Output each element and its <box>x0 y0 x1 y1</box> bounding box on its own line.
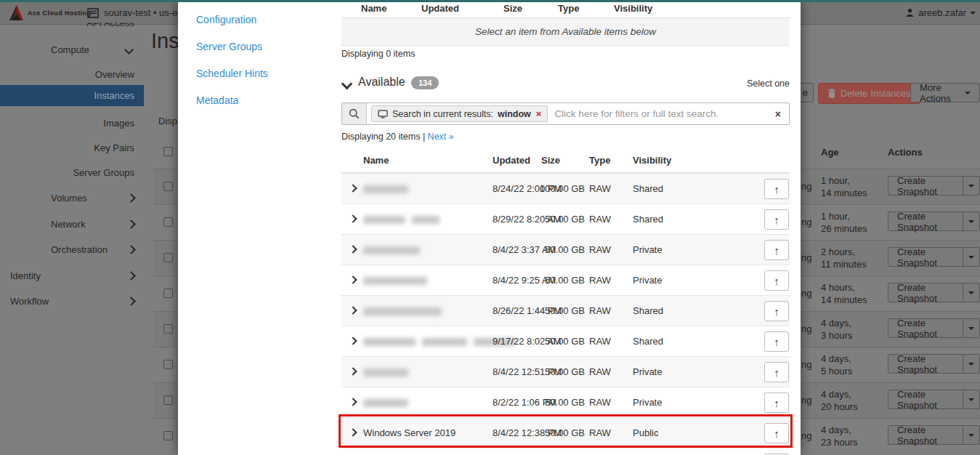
snapshot-dropdown-toggle[interactable] <box>963 355 979 373</box>
expand-chevron-icon[interactable] <box>349 306 357 314</box>
chevron-down-icon <box>124 45 134 55</box>
size-cell: 50.00 GB <box>536 244 585 255</box>
create-snapshot-button[interactable]: Create Snapshot <box>888 318 980 338</box>
column-header-actions: Actions <box>888 147 923 158</box>
visibility-cell: Shared <box>633 305 663 316</box>
brand-logo[interactable]: Ace Cloud Hosting <box>9 4 91 21</box>
row-checkbox[interactable] <box>163 253 173 262</box>
select-image-button[interactable]: ↑ <box>764 331 789 352</box>
col-visibility: Visibility <box>633 155 671 166</box>
visibility-cell: Private <box>633 275 662 286</box>
row-checkbox[interactable] <box>163 217 173 227</box>
size-cell: 50.00 GB <box>536 305 585 316</box>
status-fragment: ng <box>801 323 811 334</box>
snapshot-dropdown-toggle[interactable] <box>963 212 979 230</box>
project-switcher[interactable]: sourav-test • us-east <box>87 7 190 18</box>
column-header-age: Age <box>821 147 839 158</box>
sidebar-group-network[interactable]: Network <box>51 219 134 230</box>
row-checkbox[interactable] <box>163 360 173 369</box>
sidebar-item-overview[interactable]: Overview <box>95 69 134 80</box>
delete-instances-button[interactable]: Delete Instances <box>818 83 920 104</box>
visibility-cell: Shared <box>633 214 663 225</box>
create-snapshot-button[interactable]: Create Snapshot <box>888 425 980 445</box>
select-image-button[interactable]: ↑ <box>764 209 789 230</box>
sidebar-nav: API Access Compute Overview Instances Im… <box>0 25 144 455</box>
select-image-button[interactable]: ↑ <box>764 362 789 382</box>
snapshot-dropdown-toggle[interactable] <box>963 283 979 302</box>
expand-chevron-icon[interactable] <box>349 184 357 192</box>
search-bar[interactable]: Search in current results: window × Clic… <box>341 102 790 125</box>
visibility-cell: Shared <box>633 336 663 347</box>
wizard-nav-scheduler-hints[interactable]: Scheduler Hints <box>196 68 268 79</box>
sidebar-item-key-pairs[interactable]: Key Pairs <box>94 142 134 153</box>
more-actions-button[interactable]: More Actions <box>910 83 980 102</box>
create-snapshot-button[interactable]: Create Snapshot <box>888 390 980 409</box>
facet-label: Search in current results: <box>392 109 493 119</box>
create-snapshot-button[interactable]: Create Snapshot <box>888 212 980 231</box>
row-checkbox[interactable] <box>163 431 173 440</box>
chevron-down-icon <box>965 92 971 94</box>
user-menu[interactable]: areeb.zafar <box>905 7 976 18</box>
select-image-button[interactable]: ↑ <box>764 392 789 413</box>
remove-facet-icon[interactable]: × <box>536 108 542 119</box>
row-checkbox[interactable] <box>163 324 173 334</box>
expand-chevron-icon[interactable] <box>349 367 357 375</box>
col-size: Size <box>541 155 560 166</box>
clear-search-icon[interactable]: × <box>775 108 781 120</box>
expand-chevron-icon[interactable] <box>349 398 357 406</box>
type-cell: RAW <box>589 244 611 255</box>
col-updated: Updated <box>493 155 530 166</box>
sidebar-group-workflow[interactable]: Workflow <box>10 296 134 307</box>
create-snapshot-button[interactable]: Create Snapshot <box>888 283 980 302</box>
search-input[interactable]: Click here for filters or full text sear… <box>554 108 718 119</box>
expand-chevron-icon[interactable] <box>349 245 357 253</box>
sidebar-group-orchestration[interactable]: Orchestration <box>51 244 134 255</box>
create-snapshot-button[interactable]: Create Snapshot <box>888 176 980 196</box>
size-cell: 50.00 GB <box>536 214 585 225</box>
sidebar-item-instances-selected[interactable]: Instances <box>0 85 144 106</box>
sidebar-group-identity[interactable]: Identity <box>10 270 134 281</box>
expand-chevron-icon[interactable] <box>349 214 357 222</box>
sidebar-item-api-access[interactable]: API Access <box>86 23 134 30</box>
chevron-down-icon <box>968 327 974 330</box>
collapse-chevron-icon[interactable] <box>341 78 353 90</box>
sidebar-group-compute[interactable]: Compute <box>51 44 89 55</box>
row-checkbox[interactable] <box>163 182 173 191</box>
age-cell: 4 days,5 hours <box>821 353 852 377</box>
type-cell: RAW <box>589 366 611 377</box>
snapshot-dropdown-toggle[interactable] <box>963 390 979 408</box>
row-checkbox[interactable] <box>163 395 173 405</box>
create-snapshot-button[interactable]: Create Snapshot <box>888 247 980 267</box>
sidebar-group-volumes[interactable]: Volumes <box>51 193 134 204</box>
available-section-header: Available 134 Select one <box>341 75 790 94</box>
snapshot-dropdown-toggle[interactable] <box>963 248 979 266</box>
select-image-button[interactable]: ↑ <box>764 240 789 260</box>
sidebar-item-images[interactable]: Images <box>103 118 134 129</box>
select-all-checkbox[interactable] <box>163 147 173 156</box>
chevron-down-icon <box>968 398 974 401</box>
select-image-button[interactable]: ↑ <box>764 301 789 321</box>
snapshot-dropdown-toggle[interactable] <box>963 177 979 195</box>
type-cell: RAW <box>589 183 611 194</box>
snapshot-dropdown-toggle[interactable] <box>963 426 979 444</box>
image-name-redacted <box>363 305 448 316</box>
next-page-link[interactable]: Next » <box>428 132 454 142</box>
wizard-nav-configuration[interactable]: Configuration <box>196 14 256 25</box>
sidebar-item-server-groups[interactable]: Server Groups <box>73 167 134 178</box>
select-image-button[interactable]: ↑ <box>764 270 789 291</box>
search-facet-chip: Search in current results: window × <box>371 105 548 122</box>
age-cell: 4 hours,14 minutes <box>821 281 867 306</box>
create-snapshot-button[interactable]: Create Snapshot <box>888 354 980 374</box>
search-icon <box>349 108 360 119</box>
chevron-right-icon <box>126 193 136 203</box>
wizard-nav-server-groups[interactable]: Server Groups <box>196 41 262 52</box>
expand-chevron-icon[interactable] <box>349 337 357 345</box>
facet-value: window <box>498 109 531 119</box>
top-accent-bar <box>0 0 980 2</box>
row-checkbox[interactable] <box>163 289 173 298</box>
image-row: 8/26/22 1:44 PM 50.00 GB RAW Shared ↑ <box>341 295 790 326</box>
select-image-button[interactable]: ↑ <box>764 179 789 199</box>
expand-chevron-icon[interactable] <box>349 275 357 283</box>
wizard-nav-metadata[interactable]: Metadata <box>196 94 238 106</box>
snapshot-dropdown-toggle[interactable] <box>963 319 979 337</box>
